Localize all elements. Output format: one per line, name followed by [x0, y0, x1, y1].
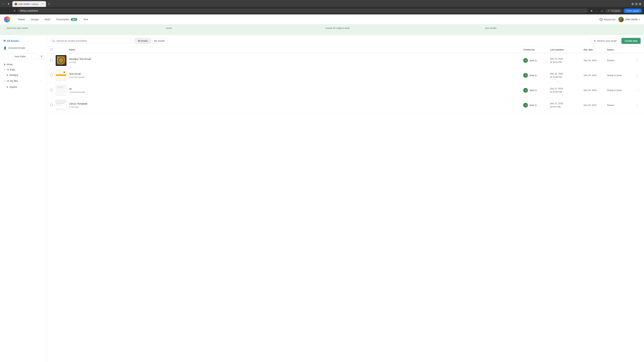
browser-toolbar-right: ★ ↓ ▭ 🥷 Incognito Finish update [589, 8, 642, 13]
create-new-btn[interactable]: Create new [621, 38, 641, 44]
address-bar-input[interactable] [18, 8, 588, 13]
row-1-last-updated: Dec 22, 2023 at 10:01 PM [550, 57, 584, 64]
row-4-checkbox[interactable] [50, 104, 53, 106]
nav-home[interactable]: Home [16, 16, 28, 22]
nav-personalize[interactable]: Personalize New [54, 16, 80, 22]
folder-item-edits[interactable]: ▼ Edits [3, 67, 44, 72]
folder-name-edits: Edits [10, 68, 15, 71]
nav-build[interactable]: Build [42, 16, 53, 22]
row-4-menu-btn[interactable]: ⋯ [635, 103, 639, 107]
row-4-due-date: Dec 29, 2023 [584, 104, 607, 106]
row-2-due-date: Dec 25, 2023 [584, 74, 607, 77]
table-row[interactable]: Litmus Template in My files JS John S. D… [47, 98, 644, 113]
th-due-date[interactable]: Due date ↕ [584, 48, 607, 51]
browser-forward-nav-btn[interactable]: → [8, 8, 12, 13]
window-maximize-btn[interactable] [635, 3, 638, 5]
folder-name-imports: Imports [10, 86, 17, 88]
row-2-checkbox-cell [50, 74, 56, 77]
lt-body [56, 102, 66, 108]
app-logo[interactable] [4, 16, 10, 22]
row-3-checkbox[interactable] [50, 89, 53, 91]
send-email-btn[interactable]: ✉ Send in your email [591, 38, 619, 44]
row-1-avatar-text: JS [523, 58, 528, 63]
folder-dot-amas [4, 64, 5, 65]
tab-dropdown-btn[interactable]: ▼ [6, 2, 11, 6]
browser-active-tab[interactable]: John Smith > Litmus ✕ [12, 1, 46, 7]
row-3-email-loc: Unsorted Emails [69, 91, 523, 93]
row-2-checkbox[interactable] [50, 74, 53, 76]
feature-card-2: errors. [164, 24, 321, 32]
row-4-name-section: Litmus Template in My files [69, 102, 523, 108]
new-tab-btn[interactable]: + [46, 2, 51, 6]
download-btn[interactable]: ↓ [595, 8, 598, 13]
search-input[interactable] [50, 38, 131, 44]
content-toolbar: 🔍 All emails My emails ✉ Send in your em… [47, 35, 644, 47]
browser-back-btn[interactable]: ← [1, 2, 6, 6]
table-row[interactable]: Test Email Unsorted Emails JS John S. De… [47, 68, 644, 83]
sidebar: ✉ All Emails 👤 Unsorted Emails New folde… [0, 35, 47, 362]
folder-item-imports[interactable]: Imports [3, 85, 44, 89]
new-folder-btn[interactable]: New folder [3, 54, 38, 59]
user-info[interactable]: John Smith ▾ [618, 17, 640, 22]
row-4-status: Review [607, 104, 634, 106]
row-2-email-name: Test Email [69, 72, 523, 75]
all-emails-link[interactable]: ✉ All Emails [3, 38, 44, 44]
row-1-checkbox[interactable] [50, 59, 53, 61]
row-4-created-by: JS John S. [523, 103, 550, 108]
row-2-user-name: John S. [529, 74, 537, 77]
split-view-btn[interactable]: ▭ [600, 8, 604, 13]
window-minimize-btn[interactable] [632, 3, 634, 5]
folder-item-amas[interactable]: Amas [3, 62, 44, 67]
filter-my-emails[interactable]: My emails [151, 38, 168, 44]
browser-back-nav-btn[interactable]: ← [2, 8, 6, 13]
unsorted-emails-link[interactable]: 👤 Unsorted Emails [3, 45, 44, 51]
th-name-label: Name [69, 48, 75, 51]
row-4-actions: ⋯ [634, 103, 641, 107]
th-last-updated[interactable]: Last updated ↕ [550, 48, 584, 51]
finish-update-btn[interactable]: Finish update [624, 8, 642, 13]
row-3-status: Ready to Send [607, 89, 634, 91]
folder-item-moodjoy[interactable]: Moodjoy [3, 73, 44, 77]
row-4-updated-time: at 9:57 PM [550, 106, 561, 108]
row-2-menu-btn[interactable]: ⋯ [635, 73, 639, 78]
row-3-last-updated: Dec 22, 2023 at 10:00 PM [550, 87, 584, 93]
row-4-checkbox-cell [50, 104, 56, 107]
browser-reload-btn[interactable]: ✕ [13, 8, 16, 13]
th-name-sort-icon: ↕ [76, 49, 76, 51]
nav-design[interactable]: Design [28, 16, 42, 22]
row-1-avatar: JS [523, 58, 528, 63]
th-created-by[interactable]: Created by ↕ [523, 48, 550, 51]
nav-test[interactable]: Test [81, 16, 91, 22]
tab-close-btn[interactable]: ✕ [42, 2, 44, 5]
row-2-created-by: JS John S. [523, 73, 550, 78]
feature-card-3: ensure it's ready to send. [323, 24, 480, 32]
emails-table: Name ↕ Created by ↕ Last updated ↕ Due d… [47, 47, 644, 362]
row-2-avatar-text: JS [523, 73, 528, 78]
window-close-btn[interactable] [639, 3, 641, 5]
folder-item-myfiles[interactable]: ▼ My files ⋯ [3, 78, 44, 84]
all-emails-label: All Emails [7, 39, 19, 42]
row-1-menu-btn[interactable]: ⋯ [635, 58, 639, 63]
user-menu-chevron: ▾ [639, 18, 640, 21]
row-3-avatar-text: JS [523, 88, 528, 93]
filter-all-emails[interactable]: All emails [135, 38, 150, 44]
folder-view-btn[interactable]: ☰ [39, 54, 44, 59]
row-1-thumbnail [56, 55, 66, 66]
th-status[interactable]: Status ↕ [607, 48, 634, 51]
table-row[interactable]: Moodjoy Test Email in Edits JS John S. D… [47, 53, 644, 68]
select-all-checkbox[interactable] [50, 48, 52, 51]
row-1-status: Review [607, 59, 634, 62]
folder-chevron-edits: ▼ [4, 69, 6, 70]
th-updated-sort-icon: ↕ [564, 49, 565, 51]
table-row[interactable]: as Unsorted Emails JS John S. Dec 22, 20… [47, 83, 644, 98]
incognito-btn[interactable]: 🥷 Incognito [606, 9, 622, 13]
row-3-due-date: Dec 25, 2023 [584, 89, 607, 91]
resources-btn[interactable]: i Resources [600, 18, 616, 21]
row-4-email-name: Litmus Template [69, 102, 523, 105]
feature-cards-area: more from your email! errors. ensure it'… [0, 24, 644, 35]
row-3-user-name: John S. [529, 89, 537, 92]
row-3-menu-btn[interactable]: ⋯ [635, 88, 639, 92]
bookmark-btn[interactable]: ★ [589, 8, 594, 13]
myfiles-more-btn[interactable]: ⋯ [39, 79, 43, 83]
th-name[interactable]: Name ↕ [56, 48, 523, 51]
